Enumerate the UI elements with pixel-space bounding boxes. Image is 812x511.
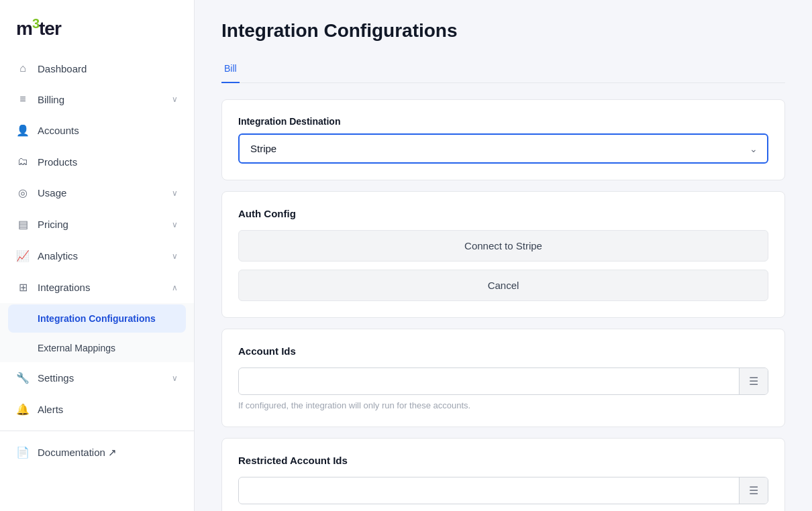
products-icon: 🗂: [16, 156, 30, 168]
sidebar-item-label: Usage: [38, 187, 66, 198]
account-ids-hint: If configured, the integration will only…: [238, 400, 768, 410]
chevron-down-icon: ∨: [172, 374, 178, 383]
account-ids-label: Account Ids: [238, 345, 768, 357]
sidebar-item-label: Integrations: [38, 282, 90, 293]
integration-destination-section: Integration Destination Stripe QuickBook…: [221, 99, 785, 180]
auth-config-label: Auth Config: [238, 208, 768, 219]
sidebar-subitem-label: External Mappings: [38, 343, 115, 353]
restricted-account-ids-section: Restricted Account Ids ☰ If configured, …: [221, 438, 785, 511]
sidebar-item-external-mappings[interactable]: External Mappings: [0, 334, 194, 362]
sidebar-item-label: Dashboard: [38, 63, 87, 74]
sidebar-item-alerts[interactable]: 🔔 Alerts: [0, 394, 194, 425]
chevron-down-icon: ∨: [172, 95, 178, 104]
sidebar-item-settings[interactable]: 🔧 Settings ∨: [0, 362, 194, 394]
sidebar-item-accounts[interactable]: 👤 Accounts: [0, 115, 194, 146]
sidebar-item-billing[interactable]: ≡ Billing ∨: [0, 84, 194, 115]
account-ids-section: Account Ids ☰ If configured, the integra…: [221, 329, 785, 427]
sidebar-divider: [0, 431, 194, 431]
sidebar-item-label: Analytics: [38, 250, 78, 262]
sidebar-item-label: Settings: [38, 372, 74, 384]
documentation-icon: 📄: [16, 446, 30, 459]
cancel-button[interactable]: Cancel: [238, 270, 768, 301]
integrations-icon: ⊞: [16, 281, 30, 294]
integration-destination-select[interactable]: Stripe QuickBooks Salesforce: [238, 133, 768, 164]
sidebar-item-label: Alerts: [38, 404, 63, 415]
sidebar-item-pricing[interactable]: ▤ Pricing ∨: [0, 209, 194, 240]
alerts-icon: 🔔: [16, 403, 30, 416]
analytics-icon: 📈: [16, 249, 30, 262]
sidebar-item-dashboard[interactable]: ⌂ Dashboard: [0, 53, 194, 84]
logo: m3ter: [16, 16, 178, 40]
account-ids-input[interactable]: [239, 370, 739, 394]
chevron-up-icon: ∧: [172, 283, 178, 292]
restricted-account-ids-input-wrapper: ☰: [238, 477, 768, 504]
logo-suffix: ter: [39, 18, 61, 39]
sidebar-subitem-label: Integration Configurations: [38, 313, 156, 324]
connect-to-stripe-button[interactable]: Connect to Stripe: [238, 230, 768, 262]
sidebar-item-usage[interactable]: ◎ Usage ∨: [0, 177, 194, 209]
integration-destination-wrapper: Stripe QuickBooks Salesforce ⌄: [238, 133, 768, 164]
sidebar-item-integration-configurations[interactable]: Integration Configurations: [8, 304, 186, 333]
accounts-icon: 👤: [16, 124, 30, 137]
account-ids-input-wrapper: ☰: [238, 367, 768, 395]
settings-icon: 🔧: [16, 372, 30, 384]
chevron-down-icon: ∨: [172, 251, 178, 261]
sidebar-item-label: Products: [38, 156, 77, 168]
integrations-submenu: Integration Configurations External Mapp…: [0, 303, 194, 362]
restricted-account-ids-list-icon[interactable]: ☰: [739, 477, 768, 504]
tabs-bar: Bill: [221, 58, 785, 83]
integration-destination-label: Integration Destination: [238, 116, 768, 127]
chevron-down-icon: ∨: [172, 220, 178, 229]
sidebar-item-label: Accounts: [38, 125, 79, 136]
home-icon: ⌂: [16, 62, 30, 74]
sidebar: m3ter ⌂ Dashboard ≡ Billing ∨ 👤 Accounts…: [0, 0, 195, 511]
sidebar-item-analytics[interactable]: 📈 Analytics ∨: [0, 240, 194, 272]
restricted-account-ids-input[interactable]: [239, 479, 739, 503]
chevron-down-icon: ∨: [172, 188, 178, 198]
sidebar-item-products[interactable]: 🗂 Products: [0, 146, 194, 177]
page-title: Integration Configurations: [221, 20, 785, 42]
billing-icon: ≡: [16, 93, 30, 105]
main-content: Integration Configurations Bill Integrat…: [195, 0, 812, 511]
account-ids-list-icon[interactable]: ☰: [739, 368, 768, 394]
sidebar-item-label: Pricing: [38, 219, 68, 230]
logo-superscript: 3: [32, 16, 39, 31]
sidebar-item-integrations[interactable]: ⊞ Integrations ∧: [0, 272, 194, 303]
sidebar-item-label: Billing: [38, 94, 64, 105]
usage-icon: ◎: [16, 186, 30, 199]
pricing-icon: ▤: [16, 218, 30, 231]
sidebar-item-documentation[interactable]: 📄 Documentation ↗: [0, 437, 194, 468]
restricted-account-ids-label: Restricted Account Ids: [238, 455, 768, 466]
auth-config-section: Auth Config Connect to Stripe Cancel: [221, 191, 785, 318]
logo-area: m3ter: [0, 0, 194, 53]
sidebar-item-label: Documentation ↗: [38, 447, 117, 459]
logo-prefix: m: [16, 18, 32, 39]
tab-bill[interactable]: Bill: [221, 58, 240, 83]
